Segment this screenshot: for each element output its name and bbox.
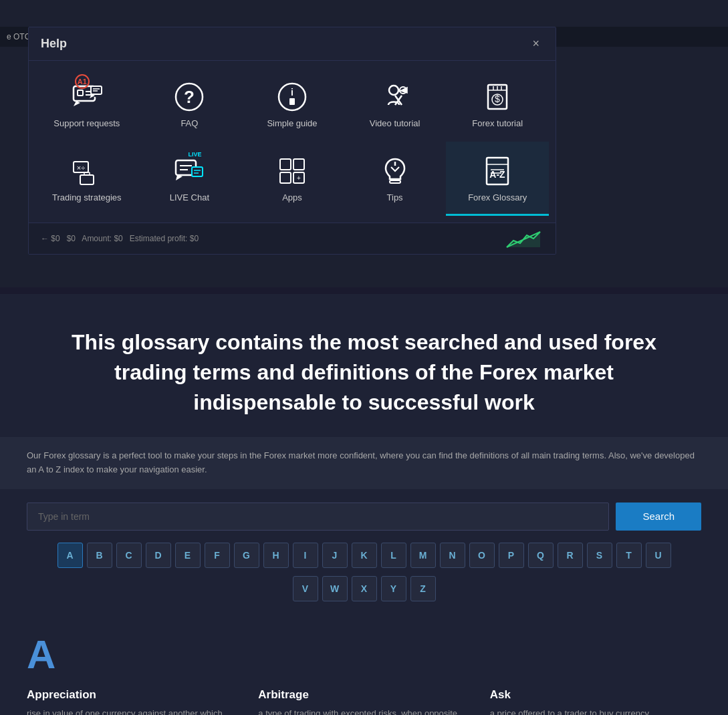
svg-rect-36: [390, 180, 400, 183]
section-letter: A: [27, 635, 701, 675]
apps-icon: +: [276, 155, 308, 187]
svg-point-13: [389, 86, 398, 95]
alpha-btn-N[interactable]: N: [440, 543, 465, 568]
help-item-live-chat[interactable]: LIVE LIVE Chat: [138, 142, 241, 216]
help-item-label: FAQ: [180, 118, 198, 130]
live-chat-icon: [173, 155, 205, 187]
alpha-btn-Z[interactable]: Z: [410, 576, 436, 601]
alphabet-row: ABCDEFGHIJKLMNOPQRSTUVWXYZ: [27, 543, 701, 601]
svg-rect-31: [280, 159, 291, 170]
video-icon: [379, 81, 411, 113]
entry-term: Appreciation: [27, 688, 238, 702]
alpha-btn-I[interactable]: I: [293, 543, 318, 568]
help-item-video-tutorial[interactable]: Video tutorial: [344, 67, 447, 142]
modal-header: Help ×: [29, 27, 556, 61]
svg-rect-21: [80, 175, 94, 184]
alpha-btn-L[interactable]: L: [381, 543, 406, 568]
alpha-btn-C[interactable]: C: [116, 543, 142, 568]
alpha-btn-X[interactable]: X: [352, 576, 377, 601]
glossary-entry: Appreciation rise in value of one curren…: [27, 688, 238, 715]
entry-definition: a price offered to a trader to buy curre…: [490, 707, 701, 715]
alpha-btn-W[interactable]: W: [322, 576, 348, 601]
strategy-icon: ×÷: [71, 155, 103, 187]
alpha-btn-K[interactable]: K: [352, 543, 377, 568]
help-item-label: LIVE Chat: [170, 192, 209, 204]
alpha-btn-A[interactable]: A: [57, 543, 83, 568]
help-item-label: Tips: [387, 192, 403, 204]
alpha-btn-S[interactable]: S: [587, 543, 612, 568]
svg-rect-32: [293, 159, 304, 170]
svg-text:$: $: [495, 94, 500, 104]
glossary-entry: Arbitrage a type of trading with excepte…: [258, 688, 469, 715]
help-item-label: Forex tutorial: [472, 118, 523, 130]
alpha-btn-G[interactable]: G: [234, 543, 259, 568]
alpha-btn-B[interactable]: B: [87, 543, 112, 568]
search-row: Search: [27, 503, 701, 531]
chart-icon: [503, 229, 543, 249]
search-section: Search ABCDEFGHIJKLMNOPQRSTUVWXYZ: [0, 489, 728, 615]
help-item-label: Simple guide: [267, 118, 317, 130]
amount-label: ← $0 $0 Amount: $0 Estimated profit: $0: [41, 234, 199, 243]
alpha-btn-D[interactable]: D: [146, 543, 171, 568]
svg-text:A-Z: A-Z: [490, 169, 506, 180]
alpha-btn-R[interactable]: R: [558, 543, 583, 568]
glossary-hero-title: This glossary contains the most searched…: [64, 327, 665, 417]
alpha-btn-O[interactable]: O: [469, 543, 495, 568]
modal-footer: ← $0 $0 Amount: $0 Estimated profit: $0: [29, 223, 556, 254]
glossary-description: Our Forex glossary is a perfect tool to …: [0, 437, 728, 489]
alpha-btn-H[interactable]: H: [263, 543, 289, 568]
info-icon: i: [276, 81, 308, 113]
alpha-btn-U[interactable]: U: [646, 543, 671, 568]
search-button[interactable]: Search: [616, 503, 701, 531]
alpha-btn-P[interactable]: P: [499, 543, 524, 568]
help-item-label: Video tutorial: [370, 118, 420, 130]
entry-term: Ask: [490, 688, 701, 702]
search-input[interactable]: [27, 503, 609, 531]
svg-text:+: +: [297, 174, 301, 182]
svg-rect-33: [280, 172, 291, 183]
modal-close-button[interactable]: ×: [528, 35, 543, 52]
svg-rect-28: [192, 167, 203, 176]
alpha-btn-J[interactable]: J: [322, 543, 348, 568]
entry-definition: rise in value of one currency against an…: [27, 707, 238, 715]
help-item-simple-guide[interactable]: i Simple guide: [241, 67, 344, 142]
svg-rect-12: [289, 98, 295, 105]
help-item-forex-tutorial[interactable]: $ Forex tutorial: [446, 67, 549, 142]
alpha-btn-T[interactable]: T: [616, 543, 642, 568]
svg-text:i: i: [291, 87, 293, 98]
help-item-label: Apps: [282, 192, 302, 204]
glossary-entries: A Appreciation rise in value of one curr…: [0, 615, 728, 715]
help-item-tips[interactable]: Tips: [344, 142, 447, 216]
help-item-faq[interactable]: ? FAQ: [138, 67, 241, 142]
alpha-btn-V[interactable]: V: [293, 576, 318, 601]
help-item-forex-glossary[interactable]: A-Z Forex Glossary: [446, 142, 549, 216]
help-item-apps[interactable]: + Apps: [241, 142, 344, 216]
entry-definition: a type of trading with excepted risks, w…: [258, 707, 469, 715]
alpha-btn-Q[interactable]: Q: [528, 543, 554, 568]
glossary-description-text: Our Forex glossary is a perfect tool to …: [27, 449, 701, 477]
forex-book-icon: $: [481, 81, 513, 113]
help-item-support-requests[interactable]: A1 Support requests: [35, 67, 138, 142]
svg-text:×÷: ×÷: [77, 164, 85, 172]
help-modal: Help × A1 Support requests: [28, 27, 556, 255]
notification-badge: A1: [75, 74, 90, 89]
alpha-btn-E[interactable]: E: [175, 543, 201, 568]
alpha-btn-M[interactable]: M: [410, 543, 436, 568]
svg-text:?: ?: [184, 87, 195, 107]
alpha-btn-F[interactable]: F: [205, 543, 230, 568]
svg-rect-5: [91, 86, 102, 94]
live-badge: LIVE: [188, 151, 201, 158]
modal-title: Help: [41, 37, 67, 51]
question-icon: ?: [173, 81, 205, 113]
help-item-label: Trading strategies: [52, 192, 122, 204]
help-item-label: Support requests: [53, 118, 120, 130]
entries-grid: Appreciation rise in value of one curren…: [27, 688, 701, 715]
glossary-icon: A-Z: [481, 155, 513, 187]
tips-icon: [379, 155, 411, 187]
glossary-hero: This glossary contains the most searched…: [0, 294, 728, 437]
help-item-trading-strategies[interactable]: ×÷ Trading strategies: [35, 142, 138, 216]
alpha-btn-Y[interactable]: Y: [381, 576, 406, 601]
help-items-grid: A1 Support requests ? FAQ: [29, 61, 556, 223]
help-item-label: Forex Glossary: [468, 192, 527, 204]
glossary-entry: Ask a price offered to a trader to buy c…: [490, 688, 701, 715]
